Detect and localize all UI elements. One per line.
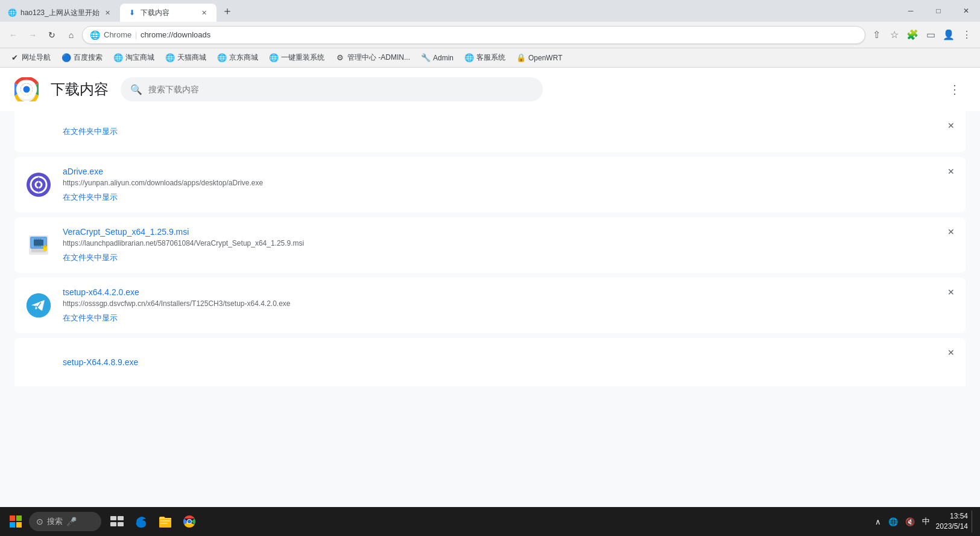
taskbar-apps bbox=[106, 511, 200, 532]
tray-lang-icon[interactable]: 中 bbox=[920, 515, 932, 528]
tab-close-hao123[interactable]: ✕ bbox=[103, 8, 113, 18]
svg-rect-35 bbox=[160, 523, 168, 524]
forward-button[interactable]: → bbox=[24, 27, 41, 43]
bookmark-openwrt[interactable]: 🔒 OpenWRT bbox=[511, 51, 567, 65]
adrive-show-folder[interactable]: 在文件夹中显示 bbox=[63, 192, 956, 203]
bookmark-icon-8: 🔧 bbox=[421, 53, 431, 63]
telegram-icon bbox=[27, 293, 51, 317]
vera-show-folder[interactable]: 在文件夹中显示 bbox=[63, 252, 956, 263]
bookmark-label-8: Admin bbox=[433, 54, 454, 62]
download-item-veracrypt: VeraCrypt_Setup_x64_1.25.9.msi https://l… bbox=[14, 217, 966, 273]
bookmark-label-9: 客服系统 bbox=[476, 53, 505, 63]
taskbar-search-icon: ⊙ bbox=[36, 517, 43, 526]
toolbar-right-icons: ⇧ ☆ 🧩 ▭ 👤 ⋮ bbox=[868, 27, 975, 43]
bookmark-label-10: OpenWRT bbox=[528, 54, 562, 62]
taskbar-app-chrome[interactable] bbox=[179, 511, 200, 532]
vera-close-button[interactable]: ✕ bbox=[944, 225, 958, 239]
search-input[interactable] bbox=[148, 85, 533, 94]
home-button[interactable]: ⌂ bbox=[63, 27, 80, 43]
adrive-icon-wrap bbox=[24, 170, 53, 199]
vera-name[interactable]: VeraCrypt_Setup_x64_1.25.9.msi bbox=[63, 227, 956, 237]
setup-close-button[interactable]: ✕ bbox=[944, 345, 958, 360]
download-item-partial-top: 在文件夹中显示 ✕ bbox=[14, 111, 966, 152]
tsetup-close-button[interactable]: ✕ bbox=[944, 285, 958, 299]
partial-close-button[interactable]: ✕ bbox=[944, 118, 958, 133]
bookmarks-bar: ✔ 网址导航 🔵 百度搜索 🌐 淘宝商城 🌐 天猫商城 🌐 京东商城 🌐 一键重… bbox=[0, 48, 980, 68]
file-explorer-icon bbox=[158, 514, 172, 529]
address-bar-row: ← → ↻ ⌂ 🌐 Chrome | chrome://downloads ⇧ … bbox=[0, 22, 980, 48]
taskbar-mic-icon: 🎤 bbox=[66, 517, 77, 526]
download-item-tsetup: tsetup-x64.4.2.0.exe https://osssgp.dsvc… bbox=[14, 278, 966, 333]
bookmark-icon-3: 🌐 bbox=[113, 53, 123, 63]
search-icon: 🔍 bbox=[130, 84, 142, 95]
bookmark-label-6: 一键重装系统 bbox=[281, 53, 324, 63]
vera-info: VeraCrypt_Setup_x64_1.25.9.msi https://l… bbox=[63, 227, 956, 263]
adrive-url: https://yunpan.aliyun.com/downloads/apps… bbox=[63, 179, 956, 187]
tsetup-show-folder[interactable]: 在文件夹中显示 bbox=[63, 313, 956, 324]
bookmark-tianmao[interactable]: 🌐 天猫商城 bbox=[160, 51, 211, 65]
bookmark-button[interactable]: ☆ bbox=[886, 27, 903, 43]
setup-name[interactable]: setup-X64.4.8.9.exe bbox=[63, 357, 956, 367]
download-item-adrive: aDrive.exe https://yunpan.aliyun.com/dow… bbox=[14, 157, 966, 212]
bookmark-icon-6: 🌐 bbox=[269, 53, 279, 63]
close-button[interactable]: ✕ bbox=[952, 0, 980, 22]
bookmark-kefu[interactable]: 🌐 客服系统 bbox=[460, 51, 510, 65]
svg-rect-30 bbox=[118, 516, 124, 520]
chrome-logo bbox=[14, 77, 39, 101]
downloads-page: 下载内容 🔍 ⋮ 在文件夹中显示 ✕ bbox=[0, 68, 980, 507]
taskbar-search-bar[interactable]: ⊙ 搜索 🎤 bbox=[29, 512, 101, 531]
address-text: Chrome | chrome://downloads bbox=[104, 30, 858, 39]
taskbar-app-edge[interactable] bbox=[130, 511, 152, 532]
adrive-name[interactable]: aDrive.exe bbox=[63, 167, 956, 176]
show-desktop-button[interactable] bbox=[972, 511, 975, 532]
share-button[interactable]: ⇧ bbox=[868, 27, 885, 43]
bookmark-jingdong[interactable]: 🌐 京东商城 bbox=[212, 51, 263, 65]
tray-network-icon[interactable]: 🌐 bbox=[886, 516, 900, 528]
bookmark-label-4: 天猫商城 bbox=[177, 53, 206, 63]
bookmark-yijian[interactable]: 🌐 一键重装系统 bbox=[264, 51, 329, 65]
new-tab-button[interactable]: ＋ bbox=[219, 2, 236, 19]
search-bar[interactable]: 🔍 bbox=[121, 77, 543, 101]
bookmark-wangzhidaohang[interactable]: ✔ 网址导航 bbox=[5, 51, 55, 65]
taskbar-app-explorer[interactable] bbox=[154, 511, 176, 532]
edge-icon bbox=[134, 514, 148, 529]
download-item-setup: setup-X64.4.8.9.exe ✕ bbox=[14, 338, 966, 386]
address-bar[interactable]: 🌐 Chrome | chrome://downloads bbox=[82, 26, 865, 44]
tsetup-name[interactable]: tsetup-x64.4.2.0.exe bbox=[63, 287, 956, 297]
taskbar-app-taskview[interactable] bbox=[106, 511, 128, 532]
windows-logo-icon bbox=[10, 515, 22, 528]
tab-hao123[interactable]: 🌐 hao123_上网从这里开始 ✕ bbox=[0, 4, 120, 22]
back-button[interactable]: ← bbox=[5, 27, 22, 43]
svg-rect-32 bbox=[118, 522, 124, 526]
menu-button[interactable]: ⋮ bbox=[958, 27, 975, 43]
bookmark-icon-2: 🔵 bbox=[62, 53, 71, 63]
svg-rect-25 bbox=[10, 515, 15, 521]
extensions-button[interactable]: 🧩 bbox=[904, 27, 921, 43]
bookmark-baidu[interactable]: 🔵 百度搜索 bbox=[57, 51, 107, 65]
bookmark-admin[interactable]: ⚙ 管理中心 -ADMIN... bbox=[330, 51, 415, 65]
chrome-logo-svg bbox=[14, 77, 39, 101]
minimize-button[interactable]: ─ bbox=[897, 0, 925, 22]
reload-button[interactable]: ↻ bbox=[43, 27, 60, 43]
start-button[interactable] bbox=[5, 511, 27, 532]
svg-point-4 bbox=[24, 86, 30, 93]
tab-close-downloads[interactable]: ✕ bbox=[200, 8, 209, 18]
downloads-more-button[interactable]: ⋮ bbox=[944, 78, 966, 100]
bookmark-admin2[interactable]: 🔧 Admin bbox=[416, 51, 458, 65]
svg-rect-27 bbox=[10, 522, 15, 528]
partial-show-folder[interactable]: 在文件夹中显示 bbox=[63, 126, 956, 137]
bookmark-taobao[interactable]: 🌐 淘宝商城 bbox=[109, 51, 159, 65]
adrive-close-button[interactable]: ✕ bbox=[944, 164, 958, 179]
page-title: 下载内容 bbox=[51, 80, 109, 99]
bookmark-icon-7: ⚙ bbox=[335, 53, 345, 63]
adrive-icon bbox=[27, 173, 51, 197]
tab-downloads[interactable]: ⬇ 下载内容 ✕ bbox=[120, 4, 217, 22]
tray-volume-icon[interactable]: 🔇 bbox=[903, 516, 917, 528]
title-bar: 🌐 hao123_上网从这里开始 ✕ ⬇ 下载内容 ✕ ＋ ─ □ ✕ bbox=[0, 0, 980, 22]
maximize-button[interactable]: □ bbox=[925, 0, 952, 22]
tsetup-url: https://osssgp.dsvcfwp.cn/x64/Installers… bbox=[63, 299, 956, 308]
sidebar-button[interactable]: ▭ bbox=[922, 27, 939, 43]
tray-expand-icon[interactable]: ∧ bbox=[873, 516, 884, 528]
system-clock[interactable]: 13:54 2023/5/14 bbox=[936, 511, 968, 532]
profile-button[interactable]: 👤 bbox=[940, 27, 957, 43]
